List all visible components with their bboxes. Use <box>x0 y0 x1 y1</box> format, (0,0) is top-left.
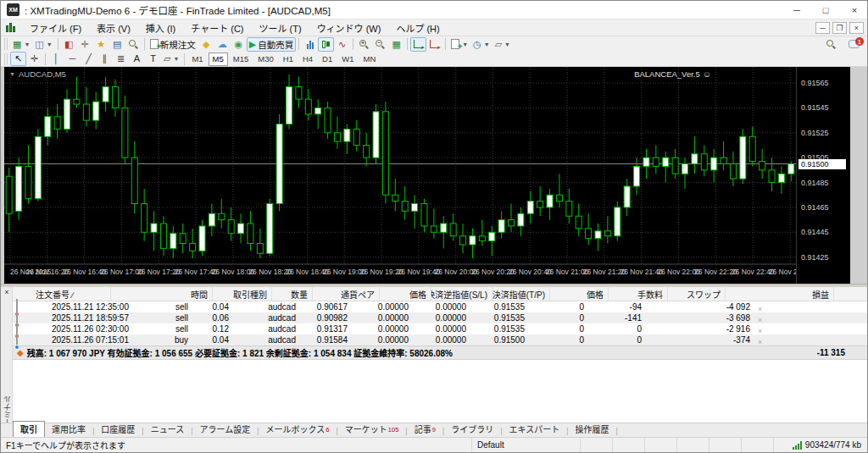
chart-shift-button[interactable]: ▸ <box>410 37 426 52</box>
collapse-icon[interactable]: ▼ <box>9 71 15 77</box>
terminal-panel-button[interactable]: ▤ <box>109 37 125 52</box>
menu-1[interactable]: 表示 (V) <box>89 22 138 36</box>
zoom-out-button[interactable]: − <box>372 37 388 52</box>
trend-line-button[interactable]: ╱ <box>81 52 97 66</box>
column-header[interactable]: 通貨ペア <box>313 287 380 301</box>
market-watch-button[interactable]: ◧ <box>61 37 77 52</box>
price-axis[interactable]: 0.915650.915450.915250.915050.914850.914… <box>796 67 850 284</box>
toolbar-grip-2[interactable] <box>4 53 8 65</box>
indicators-button[interactable]: +▼ <box>448 37 470 52</box>
web-button[interactable]: ◉ <box>231 37 247 52</box>
tab-5[interactable]: メールボックス6 <box>259 422 337 437</box>
column-header[interactable]: 価格 <box>550 287 609 301</box>
bull-candle <box>238 224 244 234</box>
column-header[interactable]: 時間 <box>111 287 213 301</box>
tab-10[interactable]: 操作履歴 <box>569 422 616 437</box>
tab-4[interactable]: アラーム設定 <box>193 422 258 437</box>
order-row[interactable]: 2025.11.26 02:30:00sell0.12audcad0.91317… <box>13 323 868 334</box>
order-commission: 0 <box>529 324 588 334</box>
bar-chart-mode-button[interactable] <box>302 37 318 52</box>
navigator-button[interactable]: ★ <box>93 37 109 52</box>
profiles-button[interactable]: ◫▼ <box>32 37 54 52</box>
timeframe-m30-button[interactable]: M30 <box>253 52 277 66</box>
column-header[interactable]: 決済指値(T/P) <box>492 287 550 301</box>
fibonacci-button[interactable]: ≣ <box>113 52 129 66</box>
column-header[interactable]: 価格 <box>380 287 431 301</box>
tab-7[interactable]: 記事9 <box>408 422 442 437</box>
tile-windows-button[interactable]: ▦ <box>388 37 404 52</box>
horizontal-line-button[interactable]: ─ <box>64 52 81 66</box>
bull-candle <box>199 226 205 251</box>
mdi-close-button[interactable]: × <box>849 22 864 34</box>
notifications-button[interactable]: 1 <box>846 37 862 52</box>
cursor-button[interactable]: ↖ <box>10 52 26 66</box>
tab-3[interactable]: ニュース <box>144 422 192 437</box>
timeframe-h1-button[interactable]: H1 <box>279 52 298 66</box>
mdi-minimize-button[interactable]: ─ <box>815 22 830 34</box>
zoom-in-button[interactable]: + <box>356 37 372 52</box>
templates-button[interactable]: ▱▼ <box>492 37 513 52</box>
mdi-restore-button[interactable]: ❐ <box>832 22 847 34</box>
new-chart-button[interactable]: ▦▼ <box>10 37 32 52</box>
column-header[interactable]: 取引種別 <box>213 287 272 301</box>
periods-button[interactable]: ◷▼ <box>470 37 492 52</box>
vertical-line-button[interactable]: │ <box>48 52 64 66</box>
column-header[interactable]: 決済逆指値(S/L) <box>431 287 492 301</box>
price-axis-label: 0.91525 <box>801 129 829 137</box>
timeframe-d1-button[interactable]: D1 <box>318 52 337 66</box>
maximize-button[interactable]: □ <box>811 1 840 19</box>
menu-3[interactable]: チャート (C) <box>183 22 251 36</box>
timeframe-h4-button[interactable]: H4 <box>298 52 317 66</box>
column-header[interactable]: 損益 <box>726 287 834 301</box>
close-button[interactable]: × <box>840 1 868 19</box>
data-window-button[interactable]: ✛ <box>77 37 93 52</box>
column-header[interactable]: 注文番号 ∕ <box>31 287 111 301</box>
search-button[interactable] <box>823 37 839 52</box>
column-header[interactable]: 手数料 <box>609 287 668 301</box>
strategy-tester-button[interactable] <box>125 37 142 52</box>
candlestick-chart[interactable]: 26 Nov 202526 Nov 16:2026 Nov 16:4026 No… <box>4 67 796 284</box>
bear-candle <box>334 133 340 141</box>
line-chart-mode-button[interactable]: ∿ <box>334 37 350 52</box>
new-order-button[interactable]: +新規注文 <box>147 37 198 52</box>
timeframe-w1-button[interactable]: W1 <box>337 52 358 66</box>
terminal-close-icon[interactable]: × <box>3 288 11 296</box>
menu-0[interactable]: ファイル (F) <box>22 22 89 36</box>
tab-1[interactable]: 運用比率 <box>45 422 92 437</box>
timeframe-m5-button[interactable]: M5 <box>209 52 228 66</box>
community-button[interactable]: ☁ <box>214 37 231 52</box>
shapes-button[interactable]: ▱▼ <box>161 52 181 66</box>
timeframe-m1-button[interactable]: M1 <box>187 52 207 66</box>
tab-trade[interactable]: 取引 <box>13 421 45 437</box>
timeframe-mn-button[interactable]: MN <box>359 52 381 66</box>
metaeditor-button[interactable]: ◆ <box>198 37 214 52</box>
tab-6[interactable]: マーケット105 <box>338 422 406 437</box>
order-row[interactable]: 2025.11.21 12:35:00sell0.04audcad0.90617… <box>13 301 868 312</box>
column-header[interactable]: 数量 <box>272 287 313 301</box>
order-time: 2025.11.26 07:15:01 <box>31 335 133 345</box>
status-profile[interactable]: Default <box>472 438 581 452</box>
auto-trading-button[interactable]: ▶自動売買 <box>247 37 296 52</box>
ea-smiley-icon[interactable]: ☺ <box>703 69 711 79</box>
close-order-icon[interactable]: × <box>754 338 762 346</box>
menu-5[interactable]: ウィンドウ (W) <box>309 22 389 36</box>
crosshair-button[interactable]: ✛ <box>26 52 42 66</box>
auto-scroll-button[interactable]: ▸ <box>426 37 442 52</box>
tab-9[interactable]: エキスパート <box>503 422 567 437</box>
tab-2[interactable]: 口座履歴 <box>94 422 142 437</box>
order-row[interactable]: 2025.11.26 07:15:01buy0.04audcad0.915840… <box>13 334 868 345</box>
minimize-button[interactable]: ─ <box>782 1 811 19</box>
candle-chart-mode-button[interactable] <box>318 37 334 52</box>
menu-6[interactable]: ヘルプ (H) <box>388 22 447 36</box>
menu-4[interactable]: ツール (T) <box>252 22 309 36</box>
column-header[interactable]: スワップ <box>668 287 726 301</box>
menu-2[interactable]: 挿入 (I) <box>138 22 183 36</box>
toolbar-grip[interactable] <box>4 38 8 50</box>
timeframe-m15-button[interactable]: M15 <box>229 52 253 66</box>
tab-8[interactable]: ライブラリ <box>444 422 500 437</box>
order-row[interactable]: 2025.11.21 18:59:57sell0.06audcad0.90982… <box>13 312 868 323</box>
chart-plot-area[interactable]: 26 Nov 202526 Nov 16:2026 Nov 16:4026 No… <box>4 67 796 284</box>
text-button[interactable]: A <box>129 52 145 66</box>
text-label-button[interactable]: T <box>145 52 161 66</box>
equidistant-channel-button[interactable]: ∥ <box>97 52 113 66</box>
